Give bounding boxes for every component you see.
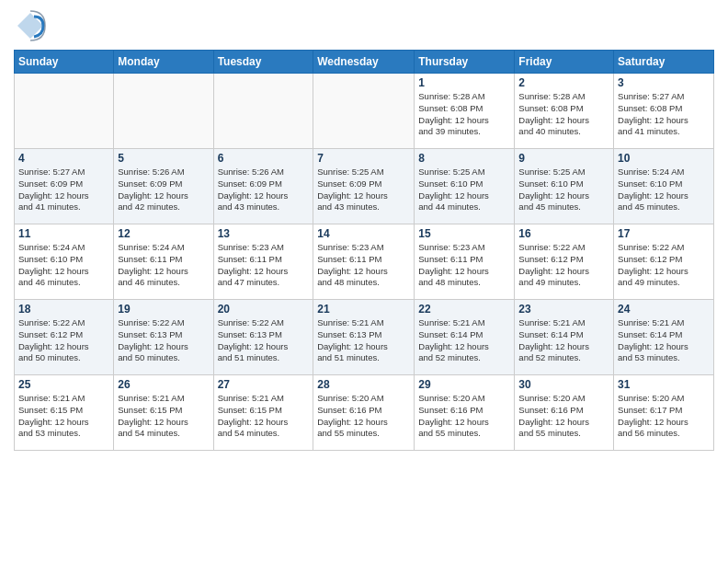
day-info: Sunrise: 5:23 AM Sunset: 6:11 PM Dayligh… <box>418 242 510 289</box>
day-number: 8 <box>418 152 510 165</box>
calendar-cell: 9Sunrise: 5:25 AM Sunset: 6:10 PM Daylig… <box>515 149 614 224</box>
day-number: 20 <box>218 303 310 316</box>
day-number: 9 <box>518 152 609 165</box>
weekday-header-saturday: Saturday <box>614 51 714 74</box>
day-info: Sunrise: 5:25 AM Sunset: 6:10 PM Dayligh… <box>518 167 609 213</box>
calendar-cell: 26Sunrise: 5:21 AM Sunset: 6:15 PM Dayli… <box>114 375 213 451</box>
calendar-cell: 8Sunrise: 5:25 AM Sunset: 6:10 PM Daylig… <box>415 149 515 224</box>
logo <box>14 9 51 42</box>
calendar-cell: 1Sunrise: 5:28 AM Sunset: 6:08 PM Daylig… <box>415 74 515 149</box>
logo-icon <box>14 9 47 42</box>
calendar-cell: 23Sunrise: 5:21 AM Sunset: 6:14 PM Dayli… <box>515 300 614 375</box>
day-info: Sunrise: 5:28 AM Sunset: 6:08 PM Dayligh… <box>418 91 510 138</box>
calendar-cell <box>114 74 213 149</box>
day-info: Sunrise: 5:27 AM Sunset: 6:09 PM Dayligh… <box>18 167 109 213</box>
day-number: 13 <box>218 227 310 240</box>
calendar-cell: 25Sunrise: 5:21 AM Sunset: 6:15 PM Dayli… <box>15 375 114 451</box>
day-info: Sunrise: 5:25 AM Sunset: 6:09 PM Dayligh… <box>317 167 410 213</box>
day-info: Sunrise: 5:23 AM Sunset: 6:11 PM Dayligh… <box>317 242 410 289</box>
weekday-header-monday: Monday <box>114 51 213 74</box>
calendar-cell: 20Sunrise: 5:22 AM Sunset: 6:13 PM Dayli… <box>213 300 313 375</box>
calendar-cell: 13Sunrise: 5:23 AM Sunset: 6:11 PM Dayli… <box>213 224 313 300</box>
weekday-header-tuesday: Tuesday <box>213 51 313 74</box>
day-number: 5 <box>118 152 209 165</box>
calendar-cell: 6Sunrise: 5:26 AM Sunset: 6:09 PM Daylig… <box>213 149 313 224</box>
calendar-cell: 17Sunrise: 5:22 AM Sunset: 6:12 PM Dayli… <box>614 224 714 300</box>
day-info: Sunrise: 5:23 AM Sunset: 6:11 PM Dayligh… <box>218 242 310 289</box>
calendar-cell: 24Sunrise: 5:21 AM Sunset: 6:14 PM Dayli… <box>614 300 714 375</box>
day-info: Sunrise: 5:21 AM Sunset: 6:15 PM Dayligh… <box>18 393 109 440</box>
calendar-cell: 4Sunrise: 5:27 AM Sunset: 6:09 PM Daylig… <box>15 149 114 224</box>
calendar-cell <box>15 74 114 149</box>
day-info: Sunrise: 5:24 AM Sunset: 6:10 PM Dayligh… <box>18 242 109 289</box>
day-number: 3 <box>618 76 710 89</box>
calendar-cell: 10Sunrise: 5:24 AM Sunset: 6:10 PM Dayli… <box>614 149 714 224</box>
day-number: 14 <box>317 227 410 240</box>
calendar-cell: 28Sunrise: 5:20 AM Sunset: 6:16 PM Dayli… <box>313 375 415 451</box>
weekday-header-friday: Friday <box>515 51 614 74</box>
day-number: 27 <box>218 378 310 391</box>
day-number: 19 <box>118 303 209 316</box>
calendar-week-row: 4Sunrise: 5:27 AM Sunset: 6:09 PM Daylig… <box>15 149 714 224</box>
day-number: 25 <box>18 378 109 391</box>
calendar-cell: 16Sunrise: 5:22 AM Sunset: 6:12 PM Dayli… <box>515 224 614 300</box>
calendar-cell: 30Sunrise: 5:20 AM Sunset: 6:16 PM Dayli… <box>515 375 614 451</box>
day-number: 30 <box>518 378 609 391</box>
day-number: 28 <box>317 378 410 391</box>
day-number: 23 <box>518 303 609 316</box>
day-info: Sunrise: 5:24 AM Sunset: 6:10 PM Dayligh… <box>618 167 710 213</box>
calendar-table: SundayMondayTuesdayWednesdayThursdayFrid… <box>14 50 714 451</box>
weekday-header-wednesday: Wednesday <box>313 51 415 74</box>
day-info: Sunrise: 5:26 AM Sunset: 6:09 PM Dayligh… <box>118 167 209 213</box>
weekday-header-thursday: Thursday <box>415 51 515 74</box>
day-number: 18 <box>18 303 109 316</box>
day-info: Sunrise: 5:21 AM Sunset: 6:14 PM Dayligh… <box>518 317 609 364</box>
calendar-cell: 29Sunrise: 5:20 AM Sunset: 6:16 PM Dayli… <box>415 375 515 451</box>
calendar-cell: 27Sunrise: 5:21 AM Sunset: 6:15 PM Dayli… <box>213 375 313 451</box>
calendar-cell: 21Sunrise: 5:21 AM Sunset: 6:13 PM Dayli… <box>313 300 415 375</box>
calendar-week-row: 18Sunrise: 5:22 AM Sunset: 6:12 PM Dayli… <box>15 300 714 375</box>
day-info: Sunrise: 5:21 AM Sunset: 6:15 PM Dayligh… <box>218 393 310 440</box>
day-info: Sunrise: 5:20 AM Sunset: 6:16 PM Dayligh… <box>317 393 410 440</box>
calendar-cell: 5Sunrise: 5:26 AM Sunset: 6:09 PM Daylig… <box>114 149 213 224</box>
weekday-header-row: SundayMondayTuesdayWednesdayThursdayFrid… <box>15 51 714 74</box>
day-info: Sunrise: 5:21 AM Sunset: 6:14 PM Dayligh… <box>618 317 710 364</box>
day-number: 22 <box>418 303 510 316</box>
calendar-cell: 7Sunrise: 5:25 AM Sunset: 6:09 PM Daylig… <box>313 149 415 224</box>
calendar-week-row: 25Sunrise: 5:21 AM Sunset: 6:15 PM Dayli… <box>15 375 714 451</box>
calendar-cell: 18Sunrise: 5:22 AM Sunset: 6:12 PM Dayli… <box>15 300 114 375</box>
day-number: 29 <box>418 378 510 391</box>
page: SundayMondayTuesdayWednesdayThursdayFrid… <box>0 0 728 563</box>
day-info: Sunrise: 5:22 AM Sunset: 6:13 PM Dayligh… <box>218 317 310 364</box>
calendar-cell: 2Sunrise: 5:28 AM Sunset: 6:08 PM Daylig… <box>515 74 614 149</box>
day-info: Sunrise: 5:20 AM Sunset: 6:16 PM Dayligh… <box>518 393 609 440</box>
calendar-cell <box>313 74 415 149</box>
day-info: Sunrise: 5:20 AM Sunset: 6:17 PM Dayligh… <box>618 393 710 440</box>
day-number: 1 <box>418 76 510 89</box>
day-info: Sunrise: 5:22 AM Sunset: 6:12 PM Dayligh… <box>18 317 109 364</box>
day-number: 31 <box>618 378 710 391</box>
calendar-cell: 14Sunrise: 5:23 AM Sunset: 6:11 PM Dayli… <box>313 224 415 300</box>
calendar-cell: 3Sunrise: 5:27 AM Sunset: 6:08 PM Daylig… <box>614 74 714 149</box>
day-number: 26 <box>118 378 209 391</box>
day-number: 10 <box>618 152 710 165</box>
day-info: Sunrise: 5:20 AM Sunset: 6:16 PM Dayligh… <box>418 393 510 440</box>
day-number: 12 <box>118 227 209 240</box>
day-number: 24 <box>618 303 710 316</box>
calendar-cell: 15Sunrise: 5:23 AM Sunset: 6:11 PM Dayli… <box>415 224 515 300</box>
day-info: Sunrise: 5:22 AM Sunset: 6:13 PM Dayligh… <box>118 317 209 364</box>
calendar-cell: 22Sunrise: 5:21 AM Sunset: 6:14 PM Dayli… <box>415 300 515 375</box>
day-info: Sunrise: 5:21 AM Sunset: 6:15 PM Dayligh… <box>118 393 209 440</box>
day-number: 11 <box>18 227 109 240</box>
day-info: Sunrise: 5:26 AM Sunset: 6:09 PM Dayligh… <box>218 167 310 213</box>
calendar-cell <box>213 74 313 149</box>
calendar-cell: 12Sunrise: 5:24 AM Sunset: 6:11 PM Dayli… <box>114 224 213 300</box>
calendar-week-row: 11Sunrise: 5:24 AM Sunset: 6:10 PM Dayli… <box>15 224 714 300</box>
day-number: 2 <box>518 76 609 89</box>
day-info: Sunrise: 5:22 AM Sunset: 6:12 PM Dayligh… <box>618 242 710 289</box>
calendar-cell: 19Sunrise: 5:22 AM Sunset: 6:13 PM Dayli… <box>114 300 213 375</box>
header <box>14 9 714 42</box>
day-info: Sunrise: 5:22 AM Sunset: 6:12 PM Dayligh… <box>518 242 609 289</box>
calendar-cell: 31Sunrise: 5:20 AM Sunset: 6:17 PM Dayli… <box>614 375 714 451</box>
calendar-week-row: 1Sunrise: 5:28 AM Sunset: 6:08 PM Daylig… <box>15 74 714 149</box>
